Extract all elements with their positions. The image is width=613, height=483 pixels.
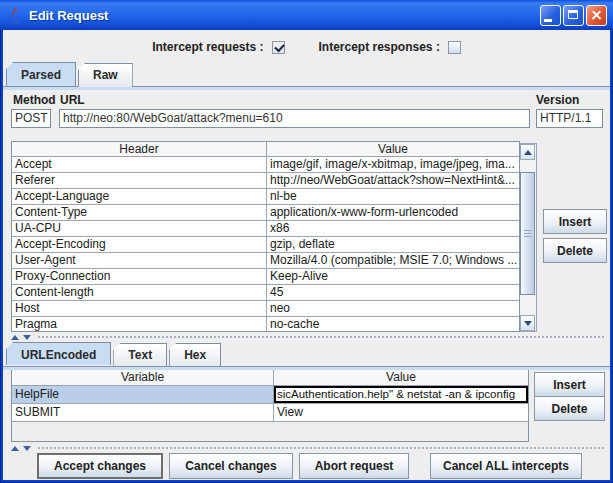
tab-urlencoded[interactable]: URLEncoded: [6, 342, 111, 365]
cancel-changes-button[interactable]: Cancel changes: [169, 453, 293, 479]
header-row[interactable]: UA-CPUx86: [12, 221, 519, 237]
method-label: Method: [13, 93, 56, 107]
header-value-cell: image/gif, image/x-xbitmap, image/jpeg, …: [267, 157, 519, 173]
column-header-header[interactable]: Header: [12, 142, 267, 157]
header-value-cell: gzip, deflate: [267, 237, 519, 253]
column-header-value[interactable]: Value: [274, 370, 528, 386]
header-value-cell: Mozilla/4.0 (compatible; MSIE 7.0; Windo…: [267, 253, 519, 269]
headers-table-body: Acceptimage/gif, image/x-xbitmap, image/…: [12, 157, 519, 332]
param-value-cell: View: [274, 404, 528, 422]
header-value-cell: 45: [267, 285, 519, 301]
header-name-cell: Content-length: [12, 285, 267, 301]
java-icon: [6, 7, 23, 24]
header-row[interactable]: Acceptimage/gif, image/x-xbitmap, image/…: [12, 157, 519, 173]
param-row[interactable]: HelpFilesicAuthentication.help" & netsta…: [12, 386, 528, 404]
params-table-body: HelpFilesicAuthentication.help" & netsta…: [12, 386, 528, 422]
headers-table: Header Value Acceptimage/gif, image/x-xb…: [11, 141, 520, 332]
params-delete-button[interactable]: Delete: [534, 396, 605, 421]
scrollbar-thumb[interactable]: [520, 172, 535, 295]
header-name-cell: UA-CPU: [12, 221, 267, 237]
header-row[interactable]: Accept-Languagenl-be: [12, 189, 519, 205]
cancel-all-intercepts-button[interactable]: Cancel ALL intercepts: [430, 453, 582, 479]
header-row[interactable]: Proxy-ConnectionKeep-Alive: [12, 269, 519, 285]
header-name-cell: Pragma: [12, 317, 267, 332]
param-variable-cell: HelpFile: [12, 386, 274, 404]
split-divider-bottom[interactable]: [3, 444, 610, 453]
header-row[interactable]: Pragmano-cache: [12, 317, 519, 332]
url-label: URL: [60, 93, 85, 107]
close-button[interactable]: [586, 5, 607, 26]
header-name-cell: User-Agent: [12, 253, 267, 269]
scroll-down-button[interactable]: [520, 315, 535, 331]
headers-scrollbar[interactable]: [520, 143, 537, 332]
headers-insert-button[interactable]: Insert: [543, 209, 607, 234]
intercept-responses-checkbox[interactable]: [448, 41, 461, 54]
headers-delete-button[interactable]: Delete: [543, 238, 607, 263]
divider-collapse-up-icon[interactable]: [11, 335, 19, 340]
arrow-down-icon: [524, 321, 532, 326]
header-row[interactable]: Accept-Encodinggzip, deflate: [12, 237, 519, 253]
header-row[interactable]: Content-length45: [12, 285, 519, 301]
header-row[interactable]: User-AgentMozilla/4.0 (compatible; MSIE …: [12, 253, 519, 269]
tab-text[interactable]: Text: [113, 343, 167, 366]
header-value-cell: application/x-www-form-urlencoded: [267, 205, 519, 221]
minimize-button[interactable]: [540, 5, 561, 26]
dialog-content: Intercept requests : Intercept responses…: [3, 30, 610, 480]
tab-hex[interactable]: Hex: [169, 343, 221, 366]
split-divider-top[interactable]: [3, 333, 610, 342]
header-value-cell: Keep-Alive: [267, 269, 519, 285]
param-variable-cell: SUBMIT: [12, 404, 274, 422]
edit-request-window: Edit Request Intercept requests : Interc…: [0, 0, 613, 483]
method-field[interactable]: POST: [11, 109, 51, 128]
url-field[interactable]: http://neo:80/WebGoat/attack?menu=610: [59, 109, 530, 128]
header-name-cell: Host: [12, 301, 267, 317]
param-value-cell: sicAuthentication.help" & netstat -an & …: [274, 386, 528, 404]
tabstrip2: [3, 366, 610, 370]
header-name-cell: Accept: [12, 157, 267, 173]
divider-collapse-up-icon[interactable]: [11, 446, 19, 451]
header-name-cell: Accept-Encoding: [12, 237, 267, 253]
header-row[interactable]: Hostneo: [12, 301, 519, 317]
abort-request-button[interactable]: Abort request: [299, 453, 409, 479]
header-row[interactable]: Content-Typeapplication/x-www-form-urlen…: [12, 205, 519, 221]
intercept-responses-label: Intercept responses :: [319, 40, 440, 54]
maximize-icon: [568, 10, 578, 19]
request-tab-bar: ParsedRaw: [6, 63, 133, 87]
titlebar[interactable]: Edit Request: [0, 0, 613, 30]
column-header-value[interactable]: Value: [267, 142, 519, 157]
param-row[interactable]: SUBMITView: [12, 404, 528, 422]
header-value-cell: http://neo/WebGoat/attack?show=NextHint&…: [267, 173, 519, 189]
params-table-header: Variable Value: [12, 370, 528, 386]
param-value-editor[interactable]: sicAuthentication.help" & netstat -an & …: [274, 386, 528, 403]
minimize-icon: [544, 19, 552, 22]
column-header-variable[interactable]: Variable: [12, 370, 274, 386]
intercept-requests-checkbox[interactable]: [272, 41, 285, 54]
tab-parsed[interactable]: Parsed: [6, 62, 76, 86]
params-table: Variable Value HelpFilesicAuthentication…: [11, 369, 529, 442]
header-value-cell: x86: [267, 221, 519, 237]
tab-raw[interactable]: Raw: [78, 63, 133, 87]
header-value-cell: neo: [267, 301, 519, 317]
version-field[interactable]: HTTP/1.1: [536, 109, 603, 128]
window-title: Edit Request: [29, 8, 540, 23]
intercept-requests-label: Intercept requests :: [152, 40, 263, 54]
header-value-cell: nl-be: [267, 189, 519, 205]
header-name-cell: Accept-Language: [12, 189, 267, 205]
header-name-cell: Proxy-Connection: [12, 269, 267, 285]
version-label: Version: [536, 93, 579, 107]
divider-collapse-down-icon[interactable]: [23, 335, 31, 340]
arrow-up-icon: [524, 150, 532, 155]
header-name-cell: Referer: [12, 173, 267, 189]
divider-collapse-down-icon[interactable]: [23, 446, 31, 451]
scroll-up-button[interactable]: [520, 144, 535, 160]
body-tab-bar: URLEncodedTextHex: [6, 343, 221, 366]
maximize-button[interactable]: [563, 5, 584, 26]
accept-changes-button[interactable]: Accept changes: [37, 453, 163, 479]
params-insert-button[interactable]: Insert: [534, 372, 605, 397]
header-name-cell: Content-Type: [12, 205, 267, 221]
intercept-controls: Intercept requests : Intercept responses…: [3, 35, 610, 59]
header-row[interactable]: Refererhttp://neo/WebGoat/attack?show=Ne…: [12, 173, 519, 189]
header-value-cell: no-cache: [267, 317, 519, 332]
headers-table-header: Header Value: [12, 142, 519, 157]
